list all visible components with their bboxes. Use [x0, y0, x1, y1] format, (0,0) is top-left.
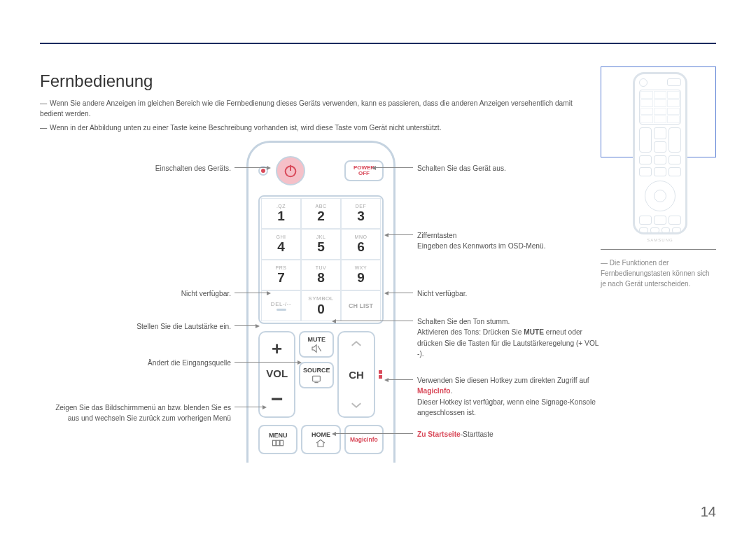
- key-4: GHI4: [261, 229, 301, 260]
- svg-rect-5: [276, 440, 280, 446]
- home-button: HOME: [301, 425, 340, 454]
- leader: [388, 379, 413, 380]
- leader: [234, 167, 267, 168]
- callout-menu: Zeigen Sie das Bildschirmmenü an bzw. bl…: [42, 402, 231, 424]
- svg-rect-6: [280, 440, 284, 446]
- key-chlist: CH LIST: [341, 290, 381, 321]
- key-5: JKL5: [301, 229, 341, 260]
- callout-magicinfo: Verwenden Sie diesen Hotkey zum direkten…: [417, 375, 599, 418]
- callout-na-left: Nicht verfügbar.: [42, 288, 231, 299]
- menu-button: MENU: [258, 425, 298, 454]
- callout-num: ZifferntastenEingeben des Kennworts im O…: [417, 230, 599, 252]
- leader: [234, 293, 267, 293]
- numeric-keypad: .QZ1 ABC2 DEF3 GHI4 JKL5 MNO6 PRS7 TUV8 …: [258, 195, 384, 324]
- key-2: ABC2: [301, 198, 341, 229]
- top-rule: [40, 43, 716, 44]
- leader: [376, 167, 413, 168]
- leader: [234, 325, 255, 326]
- sidebar-rule: [601, 249, 716, 250]
- key-6: MNO6: [341, 229, 381, 260]
- leader: [336, 321, 413, 321]
- page-number: 14: [701, 504, 716, 520]
- callout-power-off: Schalten Sie das Gerät aus.: [417, 163, 599, 174]
- key-8: TUV8: [301, 260, 341, 290]
- callout-source: Ändert die Eingangsquelle: [42, 358, 231, 368]
- key-7: PRS7: [261, 260, 301, 290]
- note-2: ―Wenn in der Abbildung unten zu einer Ta…: [40, 122, 579, 133]
- key-1: .QZ1: [261, 198, 301, 229]
- power-off-button: POWEROFF: [344, 160, 384, 181]
- leader: [234, 407, 262, 407]
- leader: [336, 433, 413, 434]
- svg-line-2: [318, 346, 321, 351]
- leader: [234, 362, 298, 363]
- callout-volume: Stellen Sie die Lautstärke ein.: [42, 321, 231, 332]
- leader: [388, 234, 413, 235]
- thumbnail-remote: SAMSUNG: [633, 72, 687, 234]
- key-9: WXY9: [341, 260, 381, 290]
- key-0: SYMBOL0: [301, 290, 341, 321]
- callout-home: Zu Startseite-Starttaste: [417, 429, 599, 440]
- svg-rect-4: [273, 440, 276, 446]
- note-1: ―Wenn Sie andere Anzeigen im gleichen Be…: [40, 98, 579, 120]
- power-on-button: [276, 156, 305, 185]
- leader: [388, 293, 413, 293]
- mute-button: MUTE: [299, 331, 334, 358]
- key-3: DEF3: [341, 198, 381, 229]
- sidebar-note: ― Die Funktionen der Fernbedienungstaste…: [601, 258, 716, 289]
- callout-power-on: Einschalten des Geräts.: [42, 163, 231, 174]
- channel-rocker: CH: [337, 331, 374, 418]
- callout-mute: Schalten Sie den Ton stumm. Aktivieren d…: [417, 316, 599, 359]
- remote-diagram: POWEROFF .QZ1 ABC2 DEF3 GHI4 JKL5 MNO6 P…: [246, 141, 396, 463]
- callout-na-right: Nicht verfügbar.: [417, 288, 599, 299]
- page-title: Fernbedienung: [40, 71, 153, 91]
- source-button: SOURCE: [299, 362, 334, 388]
- magicinfo-button: MagicInfo: [344, 425, 384, 454]
- svg-rect-3: [313, 376, 321, 381]
